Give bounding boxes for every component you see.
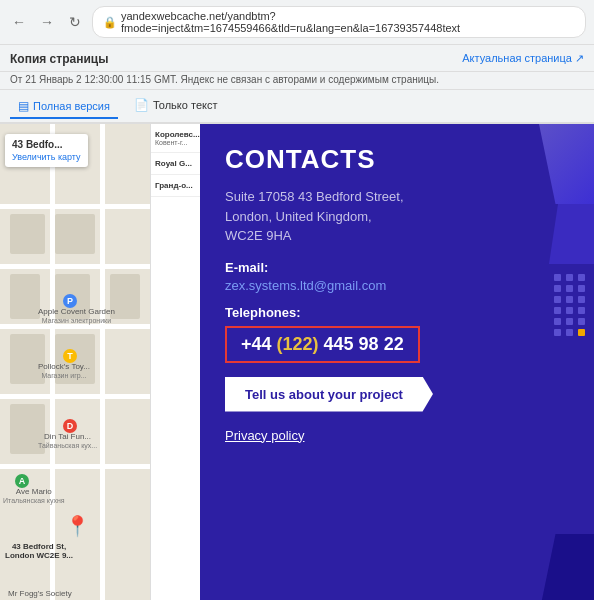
map-expand-link[interactable]: Увеличить карту <box>12 152 81 162</box>
map-block <box>10 214 45 254</box>
phone-number-box[interactable]: +44 (122) 445 98 22 <box>225 326 420 363</box>
view-toggle-bar: ▤ Полная версия 📄 Только текст <box>0 90 594 124</box>
email-label: E-mail: <box>225 260 574 275</box>
map-overlay-place-name: 43 Bedfo... <box>12 139 81 150</box>
lock-icon: 🔒 <box>103 16 117 29</box>
url-text: yandexwebcache.net/yandbtm?fmode=inject&… <box>121 10 575 34</box>
text-only-icon: 📄 <box>134 98 149 112</box>
map-marker: 📍 <box>65 514 90 538</box>
telephones-label: Telephones: <box>225 305 574 320</box>
phone-number: 445 98 22 <box>324 334 404 354</box>
cta-button[interactable]: Tell us about your project <box>225 377 433 412</box>
map-poi-pollock: T <box>63 349 77 363</box>
contacts-address: Suite 17058 43 Bedford Street, London, U… <box>225 187 574 246</box>
forward-button[interactable]: → <box>36 11 58 33</box>
map-label-avemario: Ave MarioИтальянская кухня <box>3 487 65 505</box>
address-bar[interactable]: 🔒 yandexwebcache.net/yandbtm?fmode=injec… <box>92 6 586 38</box>
contacts-title: CONTACTS <box>225 144 574 175</box>
privacy-policy-link[interactable]: Privacy policy <box>225 428 304 443</box>
full-version-label: Полная версия <box>33 100 110 112</box>
map-label-pollock: Pollock's Toy...Магазин игр... <box>38 362 90 380</box>
cache-notice: От 21 Январь 2 12:30:00 11:15 GMT. Яндек… <box>0 72 594 90</box>
page-title-area: Копия страницы <box>10 49 108 67</box>
map-sidebar-entry: Королевс... Ковент-г... <box>151 124 200 153</box>
full-version-icon: ▤ <box>18 99 29 113</box>
back-button[interactable]: ← <box>8 11 30 33</box>
full-version-btn[interactable]: ▤ Полная версия <box>10 95 118 119</box>
text-only-btn[interactable]: 📄 Только текст <box>126 94 226 118</box>
email-address[interactable]: zex.systems.ltd@gmail.com <box>225 278 574 293</box>
map-label-bedford: 43 Bedford St,London WC2E 9... <box>5 542 73 560</box>
contacts-section: CONTACTS Suite 17058 43 Bedford Street, … <box>200 124 594 600</box>
map-poi-apple: P <box>63 294 77 308</box>
map-label-mrfogg: Mr Fogg's Societyof Exploration <box>8 589 72 600</box>
actual-page-link[interactable]: Актуальная страница ↗ <box>462 52 584 65</box>
map-road <box>100 124 105 600</box>
map-label-dintai: Din Tai Fun...Тайваньская кух... <box>38 432 97 450</box>
map-overlay-box[interactable]: 43 Bedfo... Увеличить карту <box>5 134 88 167</box>
text-only-label: Только текст <box>153 99 218 111</box>
browser-toolbar: ← → ↻ 🔒 yandexwebcache.net/yandbtm?fmode… <box>0 0 594 44</box>
reload-button[interactable]: ↻ <box>64 11 86 33</box>
map-background: P T D A Apple Covent GardenМагазин элект… <box>0 124 200 600</box>
page-title: Копия страницы <box>10 52 108 66</box>
map-block <box>10 274 40 319</box>
map-section: P T D A Apple Covent GardenМагазин элект… <box>0 124 200 600</box>
map-sidebar: Королевс... Ковент-г... Royal G... Гранд… <box>150 124 200 600</box>
page-header: Копия страницы Актуальная страница ↗ <box>0 45 594 72</box>
map-poi-avemario: A <box>15 474 29 488</box>
map-label-apple: Apple Covent GardenМагазин электроники <box>38 307 115 325</box>
map-poi-dintai: D <box>63 419 77 433</box>
map-sidebar-entry: Гранд-о... <box>151 175 200 197</box>
map-block <box>55 214 95 254</box>
phone-prefix: +44 <box>241 334 277 354</box>
main-content: P T D A Apple Covent GardenМагазин элект… <box>0 124 594 600</box>
map-sidebar-entry: Royal G... <box>151 153 200 175</box>
phone-area: (122) <box>277 334 324 354</box>
browser-chrome: ← → ↻ 🔒 yandexwebcache.net/yandbtm?fmode… <box>0 0 594 45</box>
